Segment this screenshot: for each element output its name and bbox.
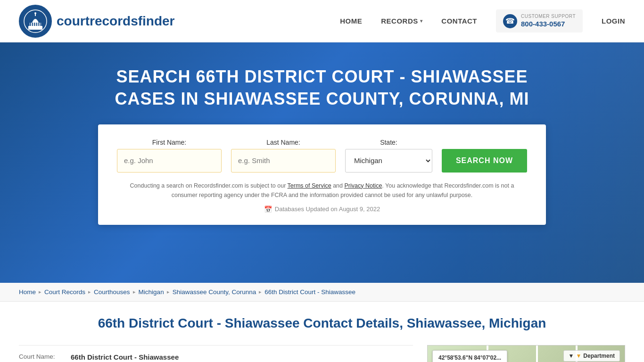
- main-content: 66th District Court - Shiawassee Contact…: [0, 302, 644, 362]
- svg-point-4: [34, 12, 36, 14]
- nav-home[interactable]: HOME: [340, 17, 362, 25]
- nav-contact[interactable]: CONTACT: [441, 17, 477, 25]
- breadcrumb-home[interactable]: Home: [19, 288, 36, 296]
- nav-records[interactable]: RECORDS ▾: [381, 17, 422, 25]
- svg-rect-6: [32, 23, 33, 26]
- svg-rect-8: [36, 23, 37, 26]
- coordinates: 42°58'53.6"N 84°07'02...: [438, 354, 501, 361]
- state-select[interactable]: Michigan Alabama Alaska Arizona Californ…: [345, 149, 432, 173]
- header: courtrecordsfinder HOME RECORDS ▾ CONTAC…: [0, 0, 644, 42]
- calendar-icon: 📅: [264, 206, 272, 213]
- state-group: State: Michigan Alabama Alaska Arizona C…: [345, 139, 432, 173]
- breadcrumb-sep-4: ▸: [167, 289, 170, 295]
- svg-rect-5: [30, 23, 31, 26]
- logo-text: courtrecordsfinder: [57, 14, 175, 29]
- records-chevron-icon: ▾: [420, 18, 423, 24]
- svg-rect-7: [34, 23, 35, 26]
- breadcrumb-sep-3: ▸: [133, 289, 136, 295]
- filter-icon: ▼: [569, 353, 574, 359]
- court-name-value: 66th District Court - Shiawassee: [71, 353, 179, 361]
- breadcrumb-sep-1: ▸: [39, 289, 41, 295]
- page-title: 66th District Court - Shiawassee Contact…: [19, 316, 625, 331]
- logo-icon: [19, 5, 52, 38]
- breadcrumb-courthouses[interactable]: Courthouses: [94, 288, 130, 296]
- last-name-group: Last Name:: [231, 139, 336, 173]
- main-nav: HOME RECORDS ▾ CONTACT ☎ CUSTOMER SUPPOR…: [340, 9, 625, 33]
- court-name-row: Court Name: 66th District Court - Shiawa…: [19, 345, 413, 362]
- breadcrumb-shiawassee-corunna[interactable]: Shiawassee County, Corunna: [173, 288, 256, 296]
- first-name-input[interactable]: [117, 149, 222, 173]
- details-left: Court Name: 66th District Court - Shiawa…: [19, 345, 413, 362]
- svg-rect-1: [28, 26, 42, 30]
- logo[interactable]: courtrecordsfinder: [19, 5, 175, 38]
- details-layout: Court Name: 66th District Court - Shiawa…: [19, 345, 625, 362]
- last-name-label: Last Name:: [231, 139, 336, 146]
- breadcrumb-sep-2: ▸: [88, 289, 91, 295]
- court-name-label: Court Name:: [19, 353, 66, 361]
- customer-support[interactable]: ☎ CUSTOMER SUPPORT 800-433-0567: [496, 9, 583, 33]
- map-area: ▼ ▼ Department 42°58'53.6"N 84°07'02... …: [427, 345, 625, 362]
- hero-bg-decoration: [455, 42, 644, 283]
- breadcrumb-court-records[interactable]: Court Records: [44, 288, 85, 296]
- breadcrumb-66th-court[interactable]: 66th District Court - Shiawassee: [264, 288, 355, 296]
- first-name-label: First Name:: [117, 139, 222, 146]
- support-text: CUSTOMER SUPPORT 800-433-0567: [521, 13, 576, 29]
- last-name-input[interactable]: [231, 149, 336, 173]
- phone-icon: ☎: [503, 14, 517, 28]
- svg-rect-2: [30, 23, 41, 26]
- svg-rect-9: [38, 23, 39, 26]
- hero-section: SEARCH 66TH DISTRICT COURT - SHIAWASSEE …: [0, 42, 644, 283]
- breadcrumb-michigan[interactable]: Michigan: [139, 288, 164, 296]
- state-label: State:: [345, 139, 432, 146]
- map-container[interactable]: ▼ ▼ Department 42°58'53.6"N 84°07'02... …: [427, 345, 625, 362]
- map-info-box: 42°58'53.6"N 84°07'02... View larger map: [432, 350, 507, 362]
- privacy-link[interactable]: Privacy Notice: [344, 182, 382, 189]
- breadcrumb: Home ▸ Court Records ▸ Courthouses ▸ Mic…: [0, 283, 644, 302]
- terms-link[interactable]: Terms of Service: [288, 182, 331, 189]
- login-button[interactable]: LOGIN: [602, 17, 625, 25]
- svg-rect-10: [40, 23, 41, 26]
- map-dept-header: ▼ ▼ Department: [563, 350, 620, 362]
- first-name-group: First Name:: [117, 139, 222, 173]
- breadcrumb-sep-5: ▸: [259, 289, 262, 295]
- dept-marker-icon: ▼: [576, 353, 581, 359]
